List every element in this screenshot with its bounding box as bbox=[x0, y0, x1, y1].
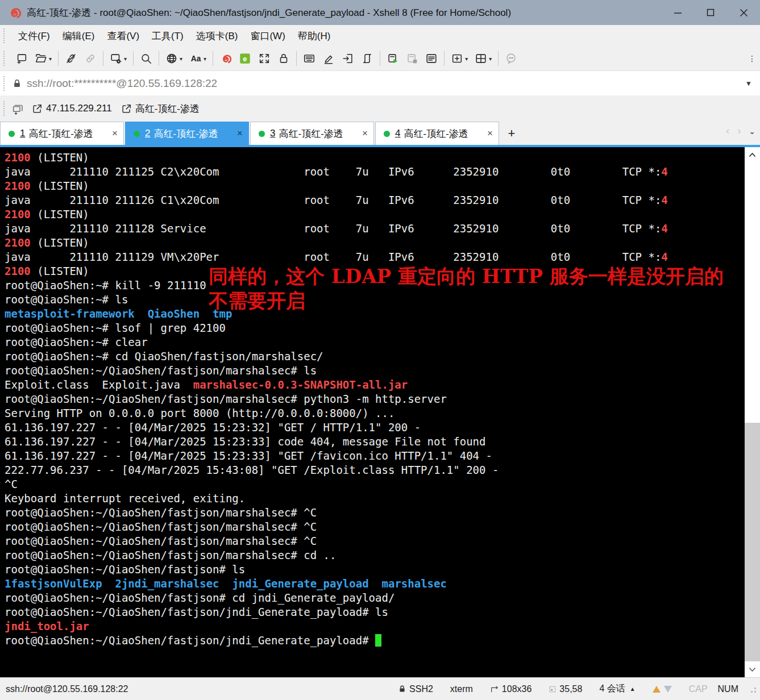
menu-item-2[interactable]: 查看(V) bbox=[101, 27, 146, 45]
highlight-pen-button[interactable] bbox=[319, 50, 338, 67]
close-button[interactable] bbox=[727, 0, 760, 25]
disconnect-button[interactable] bbox=[62, 50, 80, 67]
tab-session-3[interactable]: 3高红-顶红-渗透× bbox=[250, 122, 374, 145]
links-bar-grip[interactable] bbox=[3, 101, 7, 116]
quick-link-session-2[interactable]: 高红-顶红-渗透 bbox=[121, 102, 200, 115]
script-button[interactable] bbox=[358, 50, 376, 67]
toolbar-group-9 bbox=[501, 50, 521, 67]
new-tab-icon[interactable] bbox=[12, 103, 24, 115]
maximize-button[interactable] bbox=[694, 0, 727, 25]
terminal-scrollbar[interactable] bbox=[745, 147, 760, 677]
status-terminal-size: 108x36 bbox=[490, 684, 532, 694]
chevron-down-icon[interactable]: ▾ bbox=[49, 56, 52, 62]
run-script-button[interactable] bbox=[384, 50, 402, 67]
toolbar-separator bbox=[103, 51, 103, 66]
font-size-button[interactable]: Aa▾ bbox=[186, 50, 209, 67]
scroll-up-button[interactable] bbox=[745, 147, 760, 163]
xshell-window: 高红-顶红-渗透 - root@QiaoShen: ~/QiaoShen/fas… bbox=[0, 0, 760, 700]
status-cursor-position: 35,58 bbox=[549, 684, 582, 694]
quick-links-bar: 47.115.229.211 高红-顶红-渗透 bbox=[0, 95, 760, 122]
view-log-icon bbox=[425, 52, 438, 65]
tab-list-dropdown-icon[interactable]: ⌄ bbox=[749, 127, 755, 136]
menu-bar-grip[interactable] bbox=[3, 28, 7, 43]
xshell-logo-button[interactable] bbox=[217, 50, 235, 67]
address-input[interactable]: ssh://root:**********@120.55.169.128:22 bbox=[27, 77, 745, 90]
chevron-down-icon[interactable]: ▾ bbox=[465, 56, 468, 62]
address-dropdown-icon[interactable]: ▼ bbox=[745, 80, 752, 88]
session-properties-button[interactable]: ▾ bbox=[107, 50, 130, 67]
terminal-type-label: xterm bbox=[450, 684, 473, 694]
scrollbar-thumb[interactable] bbox=[745, 423, 760, 661]
status-terminal-type[interactable]: xterm bbox=[450, 684, 473, 694]
highlight-pen-icon bbox=[322, 52, 335, 65]
resize-grip[interactable] bbox=[749, 685, 757, 693]
new-tab-button[interactable]: + bbox=[500, 122, 523, 145]
terminal-line: root@QiaoShen:~# clear bbox=[5, 335, 745, 349]
terminal-line: Keyboard interrupt received, exiting. bbox=[5, 491, 745, 506]
toolbar-group-8: ▾▾ bbox=[447, 50, 495, 67]
tab-close-icon[interactable]: × bbox=[237, 128, 243, 139]
tab-close-icon[interactable]: × bbox=[112, 128, 118, 139]
xshell-spiral-icon bbox=[7, 5, 22, 20]
stop-script-icon bbox=[406, 52, 418, 65]
tab-label: 高红-顶红-渗透 bbox=[28, 127, 106, 140]
menu-item-5[interactable]: 窗口(W) bbox=[244, 27, 291, 45]
fullscreen-button[interactable] bbox=[255, 50, 273, 67]
status-transfer-arrows[interactable] bbox=[653, 686, 672, 693]
tab-session-4[interactable]: 4高红-顶红-渗透× bbox=[375, 122, 499, 145]
menu-item-3[interactable]: 工具(T) bbox=[146, 27, 190, 45]
xftp-button[interactable]: e bbox=[236, 50, 254, 67]
view-log-button[interactable] bbox=[422, 50, 441, 67]
minimize-button[interactable] bbox=[661, 0, 694, 25]
chevron-down-icon[interactable]: ▾ bbox=[180, 56, 182, 62]
new-folder-button[interactable]: ▾ bbox=[448, 50, 471, 67]
terminal-size-label: 108x36 bbox=[502, 684, 532, 694]
num-lock-indicator: NUM bbox=[718, 684, 738, 694]
search-button[interactable] bbox=[137, 50, 155, 67]
sessions-dropdown-icon: ▲ bbox=[630, 686, 636, 692]
split-layout-button[interactable]: ▾ bbox=[472, 50, 495, 67]
tab-session-1[interactable]: 1高红-顶红-渗透× bbox=[0, 122, 124, 145]
terminal-screen[interactable]: 2100 (LISTEN)java 211110 211125 C2\x20Co… bbox=[0, 147, 760, 677]
menu-item-1[interactable]: 编辑(E) bbox=[56, 27, 101, 45]
upload-arrow-icon bbox=[653, 686, 661, 693]
login-script-button[interactable] bbox=[339, 50, 357, 67]
tab-close-icon[interactable]: × bbox=[487, 128, 493, 139]
chevron-down-icon[interactable]: ▾ bbox=[489, 56, 492, 62]
status-session-count[interactable]: 4 会话 ▲ bbox=[599, 683, 635, 695]
new-folder-icon bbox=[451, 52, 463, 65]
menu-item-0[interactable]: 文件(F) bbox=[12, 27, 56, 45]
cursor-position-label: 35,58 bbox=[559, 684, 582, 694]
toolbar-group-3 bbox=[136, 50, 156, 67]
tab-scroll-left-icon[interactable]: ‹ bbox=[726, 125, 729, 137]
open-folder-button[interactable]: ▾ bbox=[32, 50, 55, 67]
quick-link-session-1[interactable]: 47.115.229.211 bbox=[32, 103, 112, 114]
lock-screen-button[interactable] bbox=[275, 50, 293, 67]
new-session-button[interactable] bbox=[13, 50, 31, 67]
virtual-keyboard-button[interactable] bbox=[300, 50, 318, 67]
protocol-label: SSH2 bbox=[409, 684, 433, 694]
tab-close-icon[interactable]: × bbox=[362, 128, 368, 139]
menu-item-4[interactable]: 选项卡(B) bbox=[190, 27, 244, 45]
scroll-down-button[interactable] bbox=[745, 662, 760, 677]
menu-item-6[interactable]: 帮助(H) bbox=[292, 27, 337, 45]
toolbar-separator bbox=[444, 51, 445, 66]
address-bar-grip[interactable] bbox=[3, 76, 7, 91]
tab-scroll-right-icon[interactable]: › bbox=[737, 125, 741, 137]
address-bar[interactable]: ssh://root:**********@120.55.169.128:22 … bbox=[0, 70, 760, 95]
terminal-line: root@QiaoShen:~/QiaoShen/fastjson/marsha… bbox=[5, 534, 745, 548]
chat-button[interactable] bbox=[502, 50, 520, 67]
toolbar-grip[interactable] bbox=[3, 51, 7, 66]
stop-script-button[interactable] bbox=[403, 50, 421, 67]
terminal-line: java 211110 211126 C1\x20Com root 7u IPv… bbox=[5, 193, 745, 207]
reconnect-button[interactable] bbox=[81, 50, 99, 67]
chevron-down-icon[interactable]: ▾ bbox=[204, 56, 206, 62]
chevron-down-icon[interactable]: ▾ bbox=[124, 56, 127, 62]
search-icon bbox=[140, 52, 152, 65]
tab-session-2[interactable]: 2高红-顶红-渗透× bbox=[125, 122, 249, 145]
toolbar-overflow-icon[interactable]: ⋮ bbox=[748, 54, 757, 63]
cursor-position-icon bbox=[549, 685, 556, 693]
toolbar-group-6 bbox=[300, 50, 377, 67]
encoding-globe-button[interactable]: ▾ bbox=[163, 50, 185, 67]
terminal-line: java 211110 211125 C2\x20Com root 7u IPv… bbox=[5, 165, 745, 179]
